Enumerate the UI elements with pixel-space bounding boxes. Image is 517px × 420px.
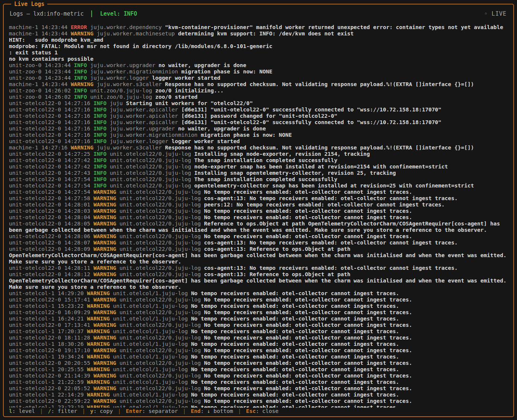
footer-separator: | <box>238 408 241 414</box>
log-line: machine-1 14:23:44 WARNING juju.worker.m… <box>9 31 508 37</box>
log-line: unit-zoo-0 14:23:44 INFO juju.worker.log… <box>9 75 508 81</box>
log-line: : exit status 1 <box>9 50 508 56</box>
footer-shortcut-separator: Enter: separator <box>126 408 178 414</box>
footer-separator: | <box>183 408 186 414</box>
log-line: unit-otelcol22-0 14:27:43 INFO unit.otel… <box>9 170 508 176</box>
log-line: unit-otelcol22-0 14:27:16 INFO juju.work… <box>9 132 508 138</box>
log-line: unit-otelcol22-0 14:27:16 INFO juju.work… <box>9 107 508 113</box>
log-line: unit-otelcol-1 16:24:21 WARNING unit.ote… <box>9 316 508 322</box>
log-line: unit-otelcol22-0 16:09:29 WARNING unit.o… <box>9 309 508 316</box>
log-line: unit-otelcol22-0 14:27:54 INFO unit.otel… <box>9 176 508 183</box>
log-line: unit-otelcol-1 19:34:24 WARNING unit.ote… <box>9 354 508 360</box>
panel-title: Live Logs <box>11 0 47 8</box>
log-line: unit-otelcol22-0 14:28:06 WARNING unit.o… <box>9 233 508 240</box>
log-line: unit-otelcol22-0 22:05:52 WARNING unit.o… <box>9 385 508 392</box>
footer-separator: | <box>40 408 43 414</box>
log-line: unit-otelcol22-0 14:28:03 WARNING unit.o… <box>9 208 508 214</box>
log-line: machine-1 14:23:44 ERROR juju.worker.dep… <box>9 24 508 31</box>
log-line: HINT: sudo modprobe kvm_amd <box>9 37 508 43</box>
footer-shortcut-filter: /: filter <box>48 408 77 414</box>
log-line: unit-zoo-0 14:26:02 INFO unit.zoo/0.juju… <box>9 94 508 100</box>
log-line: unit-otelcol-1 23:23:19 WARNING unit.ote… <box>9 404 508 408</box>
panel-header: Logs — lxd:info-metric Level: INFO ◦ LIV… <box>4 4 513 17</box>
log-line: unit-otelcol22-0 17:13:41 WARNING unit.o… <box>9 322 508 328</box>
log-line: unit-otelcol22-0 14:27:16 INFO juju.work… <box>9 119 508 126</box>
log-line: unit-otelcol22-0 14:27:42 INFO unit.otel… <box>9 157 508 164</box>
log-line: unit-otelcol22-0 14:28:01 WARNING unit.o… <box>9 202 508 208</box>
log-line: unit-otelcol-1 21:22:59 WARNING unit.ote… <box>9 379 508 385</box>
logs-target-label: Logs — lxd:info-metric <box>10 10 84 17</box>
log-line: unit-otelcol22-0 14:28:11 WARNING unit.o… <box>9 265 508 271</box>
log-line: machine-1 14:23:44 WARNING juju.worker.s… <box>9 81 508 88</box>
log-line: unit-otelcol-1 22:14:29 WARNING unit.ote… <box>9 392 508 398</box>
log-line: unit-otelcol22-0 14:27:16 INFO juju Star… <box>9 100 508 107</box>
log-line: unit-otelcol22-0 15:17:41 WARNING unit.o… <box>9 297 508 303</box>
log-line: unit-otelcol22-0 14:27:54 WARNING unit.o… <box>9 189 508 195</box>
live-indicator: ◦ LIVE <box>484 10 507 17</box>
log-line: unit-otelcol-1 18:30:26 WARNING unit.ote… <box>9 341 508 347</box>
footer-separator: | <box>118 408 121 414</box>
log-line: unit-otelcol22-0 14:27:25 INFO unit.otel… <box>9 151 508 157</box>
log-line: unit-otelcol22-0 22:59:22 WARNING unit.o… <box>9 398 508 404</box>
footer-shortcut-close: Esc: close <box>246 408 278 414</box>
log-line: unit-otelcol-1 15:23:22 WARNING unit.ote… <box>9 303 508 309</box>
log-line: unit-otelcol22-0 14:28:12 WARNING unit.o… <box>9 271 508 290</box>
footer-shortcut---bottom: End: ↓ bottom <box>191 408 233 414</box>
level-filter-label: Level: INFO <box>100 10 137 17</box>
log-line: unit-otelcol22-0 18:11:28 WARNING unit.o… <box>9 335 508 341</box>
log-line: unit-otelcol22-0 14:27:58 WARNING unit.o… <box>9 195 508 202</box>
log-line: unit-otelcol22-0 14:28:07 WARNING unit.o… <box>9 240 508 246</box>
log-line: unit-otelcol22-0 14:27:16 INFO juju.work… <box>9 138 508 145</box>
log-line: unit-zoo-0 14:23:44 INFO juju.worker.upg… <box>9 62 508 69</box>
log-line: unit-otelcol22-0 14:27:16 INFO juju.work… <box>9 113 508 119</box>
log-line: unit-otelcol22-0 21:14:39 WARNING unit.o… <box>9 373 508 379</box>
footer-separator: | <box>82 408 85 414</box>
log-line: unit-zoo-0 14:23:44 INFO juju.worker.mig… <box>9 69 508 75</box>
footer-shortcut-copy: y: copy <box>90 408 113 414</box>
log-line: unit-otelcol22-0 14:27:16 INFO juju.work… <box>9 126 508 132</box>
log-line: unit-otelcol22-0 14:28:04 WARNING unit.o… <box>9 214 508 221</box>
log-line: unit-otelcol22-0 14:28:09 WARNING unit.o… <box>9 246 508 265</box>
log-line: machine-1 14:27:16 WARNING juju.worker.s… <box>9 145 508 151</box>
log-line: unit-otelcol22-0 14:27:54 INFO unit.otel… <box>9 183 508 189</box>
log-line: unit-otelcol22-0 14:27:42 INFO unit.otel… <box>9 164 508 170</box>
log-line: unit-otelcol-1 14:29:20 WARNING unit.ote… <box>9 290 508 297</box>
log-line: unit-otelcol-1 17:20:37 WARNING unit.ote… <box>9 328 508 335</box>
log-line: unit-otelcol22-0 20:20:55 WARNING unit.o… <box>9 360 508 366</box>
log-line: unit-otelcol-1 20:25:55 WARNING unit.ote… <box>9 366 508 373</box>
log-list[interactable]: machine-1 14:23:44 ERROR juju.worker.dep… <box>4 24 513 408</box>
log-line: unit-otelcol22-0 19:17:10 WARNING unit.o… <box>9 347 508 354</box>
footer-shortcuts: l: level|/: filter|y: copy|Enter: separa… <box>4 408 513 416</box>
header-separator <box>91 10 92 17</box>
log-line: unit-zoo-0 14:26:02 INFO unit.zoo/0.juju… <box>9 88 508 94</box>
log-line: unit-otelcol22-0 14:28:05 WARNING unit.o… <box>9 221 508 233</box>
log-line: modprobe: FATAL: Module msr not found in… <box>9 43 508 50</box>
live-logs-panel: Live Logs Logs — lxd:info-metric Level: … <box>3 4 514 417</box>
log-line: no kvm containers possible <box>9 56 508 62</box>
footer-shortcut-level: l: level <box>9 408 35 414</box>
